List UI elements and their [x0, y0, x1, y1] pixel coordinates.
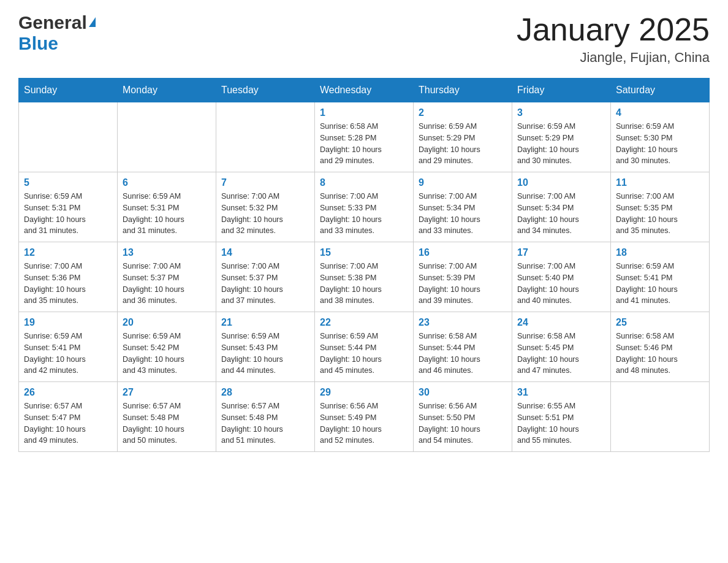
calendar-table: Sunday Monday Tuesday Wednesday Thursday… — [18, 78, 710, 452]
table-row: 5Sunrise: 6:59 AM Sunset: 5:31 PM Daylig… — [19, 172, 118, 242]
day-number: 14 — [221, 247, 309, 258]
day-number: 4 — [616, 107, 704, 118]
page-header: General Blue January 2025 Jiangle, Fujia… — [18, 12, 710, 66]
col-monday: Monday — [118, 79, 216, 102]
day-number: 12 — [24, 247, 112, 258]
logo-blue-text: Blue — [18, 33, 58, 53]
calendar-week-row: 26Sunrise: 6:57 AM Sunset: 5:47 PM Dayli… — [19, 382, 710, 452]
day-info: Sunrise: 6:59 AM Sunset: 5:29 PM Dayligh… — [419, 121, 507, 167]
day-number: 2 — [419, 107, 507, 118]
table-row: 2Sunrise: 6:59 AM Sunset: 5:29 PM Daylig… — [414, 102, 512, 172]
col-saturday: Saturday — [611, 79, 710, 102]
day-number: 28 — [221, 387, 309, 398]
col-thursday: Thursday — [414, 79, 512, 102]
day-info: Sunrise: 7:00 AM Sunset: 5:35 PM Dayligh… — [616, 191, 704, 237]
day-number: 30 — [419, 387, 507, 398]
table-row: 17Sunrise: 7:00 AM Sunset: 5:40 PM Dayli… — [512, 242, 611, 312]
day-info: Sunrise: 6:58 AM Sunset: 5:28 PM Dayligh… — [320, 121, 408, 167]
day-info: Sunrise: 7:00 AM Sunset: 5:37 PM Dayligh… — [123, 261, 211, 307]
table-row: 22Sunrise: 6:59 AM Sunset: 5:44 PM Dayli… — [315, 312, 414, 382]
day-info: Sunrise: 7:00 AM Sunset: 5:40 PM Dayligh… — [517, 261, 605, 307]
calendar-title-block: January 2025 Jiangle, Fujian, China — [517, 12, 710, 66]
table-row: 11Sunrise: 7:00 AM Sunset: 5:35 PM Dayli… — [611, 172, 710, 242]
table-row: 15Sunrise: 7:00 AM Sunset: 5:38 PM Dayli… — [315, 242, 414, 312]
table-row: 30Sunrise: 6:56 AM Sunset: 5:50 PM Dayli… — [414, 382, 512, 452]
day-number: 25 — [616, 317, 704, 328]
day-info: Sunrise: 6:59 AM Sunset: 5:41 PM Dayligh… — [24, 331, 112, 377]
day-info: Sunrise: 6:59 AM Sunset: 5:30 PM Dayligh… — [616, 121, 704, 167]
day-number: 19 — [24, 317, 112, 328]
day-number: 21 — [221, 317, 309, 328]
day-info: Sunrise: 6:56 AM Sunset: 5:50 PM Dayligh… — [419, 400, 507, 446]
day-number: 16 — [419, 247, 507, 258]
table-row: 28Sunrise: 6:57 AM Sunset: 5:48 PM Dayli… — [216, 382, 315, 452]
day-number: 20 — [123, 317, 211, 328]
table-row: 7Sunrise: 7:00 AM Sunset: 5:32 PM Daylig… — [216, 172, 315, 242]
col-wednesday: Wednesday — [315, 79, 414, 102]
table-row: 24Sunrise: 6:58 AM Sunset: 5:45 PM Dayli… — [512, 312, 611, 382]
table-row — [118, 102, 216, 172]
day-number: 29 — [320, 387, 408, 398]
table-row — [19, 102, 118, 172]
day-info: Sunrise: 6:59 AM Sunset: 5:31 PM Dayligh… — [123, 191, 211, 237]
calendar-week-row: 12Sunrise: 7:00 AM Sunset: 5:36 PM Dayli… — [19, 242, 710, 312]
day-number: 24 — [517, 317, 605, 328]
table-row: 25Sunrise: 6:58 AM Sunset: 5:46 PM Dayli… — [611, 312, 710, 382]
logo-general-text: General — [18, 12, 87, 33]
calendar-week-row: 1Sunrise: 6:58 AM Sunset: 5:28 PM Daylig… — [19, 102, 710, 172]
day-number: 6 — [123, 177, 211, 188]
table-row: 23Sunrise: 6:58 AM Sunset: 5:44 PM Dayli… — [414, 312, 512, 382]
day-info: Sunrise: 6:56 AM Sunset: 5:49 PM Dayligh… — [320, 400, 408, 446]
table-row: 16Sunrise: 7:00 AM Sunset: 5:39 PM Dayli… — [414, 242, 512, 312]
day-number: 15 — [320, 247, 408, 258]
day-info: Sunrise: 7:00 AM Sunset: 5:37 PM Dayligh… — [221, 261, 309, 307]
day-info: Sunrise: 7:00 AM Sunset: 5:36 PM Dayligh… — [24, 261, 112, 307]
table-row — [216, 102, 315, 172]
table-row: 20Sunrise: 6:59 AM Sunset: 5:42 PM Dayli… — [118, 312, 216, 382]
col-friday: Friday — [512, 79, 611, 102]
table-row: 10Sunrise: 7:00 AM Sunset: 5:34 PM Dayli… — [512, 172, 611, 242]
logo-triangle-icon — [89, 17, 96, 27]
day-number: 11 — [616, 177, 704, 188]
table-row: 1Sunrise: 6:58 AM Sunset: 5:28 PM Daylig… — [315, 102, 414, 172]
day-info: Sunrise: 6:57 AM Sunset: 5:48 PM Dayligh… — [123, 400, 211, 446]
table-row: 26Sunrise: 6:57 AM Sunset: 5:47 PM Dayli… — [19, 382, 118, 452]
calendar-header-row: Sunday Monday Tuesday Wednesday Thursday… — [19, 79, 710, 102]
day-info: Sunrise: 7:00 AM Sunset: 5:33 PM Dayligh… — [320, 191, 408, 237]
day-number: 10 — [517, 177, 605, 188]
day-number: 8 — [320, 177, 408, 188]
day-number: 22 — [320, 317, 408, 328]
day-number: 3 — [517, 107, 605, 118]
day-number: 23 — [419, 317, 507, 328]
calendar-week-row: 5Sunrise: 6:59 AM Sunset: 5:31 PM Daylig… — [19, 172, 710, 242]
day-info: Sunrise: 6:57 AM Sunset: 5:47 PM Dayligh… — [24, 400, 112, 446]
day-info: Sunrise: 6:59 AM Sunset: 5:43 PM Dayligh… — [221, 331, 309, 377]
table-row: 3Sunrise: 6:59 AM Sunset: 5:29 PM Daylig… — [512, 102, 611, 172]
day-info: Sunrise: 6:59 AM Sunset: 5:29 PM Dayligh… — [517, 121, 605, 167]
day-info: Sunrise: 6:58 AM Sunset: 5:45 PM Dayligh… — [517, 331, 605, 377]
calendar-month-year: January 2025 — [517, 12, 710, 47]
day-number: 18 — [616, 247, 704, 258]
day-number: 31 — [517, 387, 605, 398]
table-row: 4Sunrise: 6:59 AM Sunset: 5:30 PM Daylig… — [611, 102, 710, 172]
day-number: 7 — [221, 177, 309, 188]
table-row — [611, 382, 710, 452]
day-info: Sunrise: 6:59 AM Sunset: 5:44 PM Dayligh… — [320, 331, 408, 377]
calendar-week-row: 19Sunrise: 6:59 AM Sunset: 5:41 PM Dayli… — [19, 312, 710, 382]
day-info: Sunrise: 6:59 AM Sunset: 5:41 PM Dayligh… — [616, 261, 704, 307]
table-row: 9Sunrise: 7:00 AM Sunset: 5:34 PM Daylig… — [414, 172, 512, 242]
day-info: Sunrise: 7:00 AM Sunset: 5:39 PM Dayligh… — [419, 261, 507, 307]
table-row: 21Sunrise: 6:59 AM Sunset: 5:43 PM Dayli… — [216, 312, 315, 382]
day-info: Sunrise: 6:58 AM Sunset: 5:44 PM Dayligh… — [419, 331, 507, 377]
day-number: 1 — [320, 107, 408, 118]
day-info: Sunrise: 7:00 AM Sunset: 5:38 PM Dayligh… — [320, 261, 408, 307]
day-number: 27 — [123, 387, 211, 398]
table-row: 18Sunrise: 6:59 AM Sunset: 5:41 PM Dayli… — [611, 242, 710, 312]
table-row: 6Sunrise: 6:59 AM Sunset: 5:31 PM Daylig… — [118, 172, 216, 242]
day-info: Sunrise: 7:00 AM Sunset: 5:34 PM Dayligh… — [517, 191, 605, 237]
table-row: 13Sunrise: 7:00 AM Sunset: 5:37 PM Dayli… — [118, 242, 216, 312]
calendar-location: Jiangle, Fujian, China — [517, 50, 710, 66]
table-row: 12Sunrise: 7:00 AM Sunset: 5:36 PM Dayli… — [19, 242, 118, 312]
table-row: 8Sunrise: 7:00 AM Sunset: 5:33 PM Daylig… — [315, 172, 414, 242]
col-sunday: Sunday — [19, 79, 118, 102]
